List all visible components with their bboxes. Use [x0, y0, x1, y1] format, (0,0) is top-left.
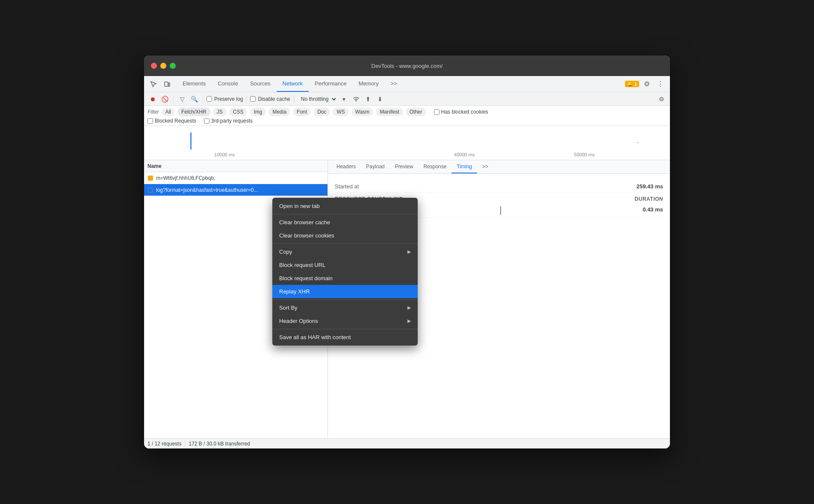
search-icon[interactable]: 🔍: [189, 94, 199, 104]
more-options-icon[interactable]: ⋮: [655, 78, 667, 90]
cm-clear-cookies[interactable]: Clear browser cookies: [272, 229, 418, 242]
download-icon[interactable]: ⬇: [375, 94, 385, 104]
filter-manifest[interactable]: Manifest: [376, 108, 403, 116]
clear-button[interactable]: 🚫: [159, 94, 170, 104]
cm-separator-1: [272, 214, 418, 214]
traffic-lights: [151, 63, 176, 69]
request-row-selected[interactable]: log?format=json&hasfast=true&authuser=0.…: [144, 184, 327, 196]
toolbar-separator-3: [246, 95, 247, 103]
tab-performance[interactable]: Performance: [309, 76, 352, 92]
upload-icon[interactable]: ⬆: [363, 94, 373, 104]
tab-detail-headers[interactable]: Headers: [331, 160, 361, 173]
tab-memory[interactable]: Memory: [353, 76, 385, 92]
tab-console[interactable]: Console: [212, 76, 244, 92]
cm-open-new-tab[interactable]: Open in new tab: [272, 199, 418, 213]
tab-detail-preview[interactable]: Preview: [390, 160, 419, 173]
tab-detail-payload[interactable]: Payload: [361, 160, 389, 173]
throttle-select[interactable]: No throttling: [298, 96, 337, 103]
disable-cache-checkbox[interactable]: [250, 96, 256, 102]
cm-save-har[interactable]: Save all as HAR with content: [272, 331, 418, 344]
blocked-requests-checkbox[interactable]: [147, 118, 153, 124]
transfer-size: 172 B / 30.0 kB transferred: [189, 441, 250, 447]
queueing-value: 0.43 ms: [643, 206, 663, 213]
timeline-mark-1: 10000 ms: [214, 152, 235, 157]
tab-elements[interactable]: Elements: [177, 76, 212, 92]
third-party-checkbox[interactable]: [204, 118, 209, 124]
status-separator: [185, 441, 185, 447]
filter-icon[interactable]: ▽: [177, 94, 187, 104]
settings-icon[interactable]: ⚙: [641, 78, 653, 90]
timeline-area: 10000 ms 40000 ms 50000 ms: [144, 126, 670, 160]
filter-js[interactable]: JS: [213, 108, 227, 116]
request-name-1: m=Wt6vjf,hhhU8,FCpbqb,: [156, 175, 324, 181]
inspect-icon[interactable]: [147, 78, 159, 90]
timeline-indicator: [190, 132, 192, 149]
tab-detail-more[interactable]: >>: [477, 160, 493, 173]
timeline-mark-3: 50000 ms: [574, 152, 595, 157]
cm-copy-arrow: ▶: [407, 249, 411, 255]
status-bar: 1 / 12 requests 172 B / 30.0 kB transfer…: [144, 438, 670, 448]
tab-detail-response[interactable]: Response: [418, 160, 451, 173]
filter-all[interactable]: All: [162, 108, 175, 116]
toolbar-separator-2: [203, 95, 203, 103]
preserve-log-label[interactable]: Preserve log: [206, 96, 243, 102]
filter-ws[interactable]: WS: [333, 108, 348, 116]
request-img-icon: [147, 175, 153, 181]
tab-network[interactable]: Network: [277, 76, 309, 92]
filter-font[interactable]: Font: [293, 108, 311, 116]
cm-separator-4: [272, 329, 418, 329]
nav-right: 🔔 1 ⚙ ⋮: [625, 78, 667, 90]
requests-count: 1 / 12 requests: [147, 441, 181, 447]
blocked-requests-label[interactable]: Blocked Requests: [147, 118, 196, 124]
cm-sort-arrow: ▶: [407, 305, 411, 311]
has-blocked-cookies-checkbox[interactable]: [434, 109, 439, 115]
cm-block-url[interactable]: Block request URL: [272, 258, 418, 272]
tab-sources[interactable]: Sources: [244, 76, 277, 92]
filter-bar: Filter All Fetch/XHR JS CSS Img Media Fo…: [144, 106, 670, 126]
context-menu: Open in new tab Clear browser cache Clea…: [272, 198, 418, 346]
third-party-label[interactable]: 3rd-party requests: [204, 118, 253, 124]
filter-doc[interactable]: Doc: [313, 108, 330, 116]
started-at-value: 259.43 ms: [637, 183, 663, 190]
maximize-button[interactable]: [170, 63, 176, 69]
request-checkbox-icon: [147, 187, 153, 193]
filter-label: Filter: [147, 109, 159, 115]
toolbar-separator-1: [173, 95, 174, 103]
filter-fetch-xhr[interactable]: Fetch/XHR: [177, 108, 210, 116]
filter-img[interactable]: Img: [250, 108, 266, 116]
cm-header-options[interactable]: Header Options ▶: [272, 314, 418, 328]
record-button[interactable]: ⏺: [147, 94, 158, 104]
filter-other[interactable]: Other: [406, 108, 426, 116]
filter-media[interactable]: Media: [268, 108, 290, 116]
cm-clear-cache[interactable]: Clear browser cache: [272, 216, 418, 229]
notification-badge[interactable]: 🔔 1: [625, 81, 639, 87]
svg-rect-1: [168, 83, 170, 86]
has-blocked-cookies-label[interactable]: Has blocked cookies: [434, 109, 488, 115]
cm-replay-xhr[interactable]: Replay XHR: [272, 285, 418, 298]
close-button[interactable]: [151, 63, 157, 69]
cm-block-domain[interactable]: Block request domain: [272, 272, 418, 285]
request-row[interactable]: m=Wt6vjf,hhhU8,FCpbqb,: [144, 172, 327, 184]
detail-tabs: Headers Payload Preview Response Timing: [328, 160, 670, 174]
device-icon[interactable]: [161, 78, 173, 90]
preserve-log-checkbox[interactable]: [206, 96, 212, 102]
minimize-button[interactable]: [160, 63, 166, 69]
nav-tabs: Elements Console Sources Network Perform…: [177, 76, 625, 92]
queueing-bar: [500, 206, 501, 215]
network-settings-icon[interactable]: ⚙: [656, 94, 667, 104]
tab-more[interactable]: >>: [385, 76, 403, 92]
tab-detail-timing[interactable]: Timing: [451, 160, 477, 173]
wifi-icon[interactable]: [351, 94, 361, 104]
filter-wasm[interactable]: Wasm: [351, 108, 374, 116]
cm-copy[interactable]: Copy ▶: [272, 245, 418, 258]
filter-css[interactable]: CSS: [229, 108, 248, 116]
cm-sort-by[interactable]: Sort By ▶: [272, 301, 418, 314]
requests-header: Name: [144, 160, 327, 172]
throttle-arrow-icon[interactable]: ▾: [339, 94, 349, 104]
main-content: 10000 ms 40000 ms 50000 ms Name: [144, 126, 670, 438]
svg-rect-0: [165, 82, 168, 86]
timeline-mark-2: 40000 ms: [454, 152, 475, 157]
window-title: DevTools - www.google.com/: [372, 63, 443, 69]
disable-cache-label[interactable]: Disable cache: [250, 96, 290, 102]
cm-header-arrow: ▶: [407, 318, 411, 324]
